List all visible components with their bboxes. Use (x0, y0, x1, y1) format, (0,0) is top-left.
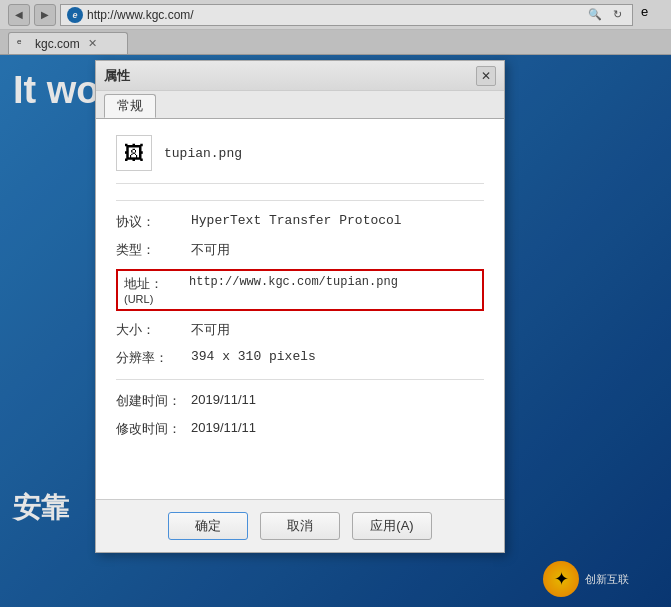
apply-button[interactable]: 应用(A) (352, 512, 432, 540)
tab-general[interactable]: 常规 (104, 94, 156, 118)
dialog-close-button[interactable]: ✕ (476, 66, 496, 86)
type-label: 类型： (116, 241, 191, 259)
tab-general-label: 常规 (117, 97, 143, 115)
dialog-tab-strip: 常规 (96, 91, 504, 119)
separator-2 (116, 379, 484, 380)
prop-row-modified: 修改时间： 2019/11/11 (116, 420, 484, 438)
dialog-titlebar: 属性 ✕ (96, 61, 504, 91)
size-label: 大小： (116, 321, 191, 339)
dialog-body: 🖼 tupian.png 协议： HyperText Transfer Prot… (96, 119, 504, 499)
size-value: 不可用 (191, 321, 230, 339)
type-value: 不可用 (191, 241, 230, 259)
dialog-footer: 确定 取消 应用(A) (96, 499, 504, 552)
created-label: 创建时间： (116, 392, 191, 410)
separator-1 (116, 200, 484, 201)
created-value: 2019/11/11 (191, 392, 256, 407)
cancel-button[interactable]: 取消 (260, 512, 340, 540)
resolution-label: 分辨率： (116, 349, 191, 367)
modified-value: 2019/11/11 (191, 420, 256, 435)
close-icon: ✕ (481, 69, 491, 83)
file-icon: 🖼 (116, 135, 152, 171)
address-label: 地址： (124, 275, 189, 293)
dialog-title: 属性 (104, 67, 130, 85)
file-thumbnail-area: 🖼 tupian.png (116, 135, 484, 184)
url-sublabel: (URL) (124, 293, 189, 305)
prop-row-resolution: 分辨率： 394 x 310 pixels (116, 349, 484, 367)
prop-row-type: 类型： 不可用 (116, 241, 484, 259)
protocol-value: HyperText Transfer Protocol (191, 213, 402, 228)
ok-button[interactable]: 确定 (168, 512, 248, 540)
url-label-group: 地址： (URL) (124, 275, 189, 305)
prop-row-url: 地址： (URL) http://www.kgc.com/tupian.png (116, 269, 484, 311)
modified-label: 修改时间： (116, 420, 191, 438)
prop-row-created: 创建时间： 2019/11/11 (116, 392, 484, 410)
url-value: http://www.kgc.com/tupian.png (189, 275, 398, 289)
prop-row-protocol: 协议： HyperText Transfer Protocol (116, 213, 484, 231)
prop-row-size: 大小： 不可用 (116, 321, 484, 339)
file-name: tupian.png (164, 146, 242, 161)
properties-dialog: 属性 ✕ 常规 🖼 tupian.png 协议： HyperText Trans… (95, 60, 505, 553)
resolution-value: 394 x 310 pixels (191, 349, 316, 364)
protocol-label: 协议： (116, 213, 191, 231)
